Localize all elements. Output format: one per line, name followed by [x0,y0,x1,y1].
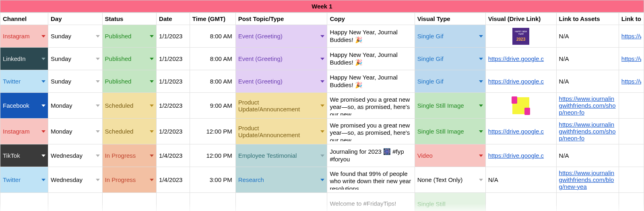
day-cell[interactable]: Sunday [48,48,103,70]
dropdown-caret-icon [96,80,100,83]
date-cell[interactable]: 1/2/2023 [157,119,190,144]
copy-cell[interactable]: Happy New Year, Journal Buddies! 🎉 [327,48,415,70]
time-cell[interactable]: 8:00 AM [190,70,235,93]
status-cell[interactable]: Published [102,25,157,48]
day-cell[interactable]: Wednesday [48,167,103,193]
assets-cell[interactable]: N/A [556,70,619,93]
date-cell[interactable]: 1/4/2023 [157,167,190,193]
copy-cell[interactable]: We promised you a great new year—so, as … [327,93,415,119]
copy-cell[interactable]: Journaling for 2023 🎆 #fyp #foryou [327,144,415,167]
copy-cell[interactable]: We promised you a great new year—so, as … [327,119,415,144]
topic-cell[interactable]: Event (Greeting) [235,48,327,70]
visual-type-cell[interactable]: Single Still Image [415,93,485,119]
copy-cell[interactable]: Welcome to #FridayTips! [327,193,415,211]
channel-cell[interactable]: TikTok [0,144,48,167]
visual-type-cell[interactable]: None (Text Only) [415,167,485,193]
drive-link[interactable]: https://drive.google.c [488,128,554,135]
dropdown-caret-icon [320,58,324,60]
linkto-cell[interactable] [619,144,644,167]
topic-cell[interactable]: Product Update/Announcement [235,119,327,144]
time-cell[interactable]: 12:00 PM [190,144,235,167]
topic-cell[interactable]: Employee Testimonial [235,144,327,167]
status-cell[interactable]: Published [102,70,157,93]
day-cell-label: Sunday [51,33,71,40]
assets-cell[interactable]: N/A [556,48,619,70]
time-cell[interactable]: 8:00 AM [190,48,235,70]
linkto-cell[interactable] [619,167,644,193]
assets-link[interactable]: https://www.journalingwithfriends.com/bl… [559,169,615,190]
drive-cell[interactable]: https://drive.google.c [485,70,556,93]
dropdown-caret-icon [96,35,100,38]
drive-cell[interactable]: https://drive.google.c [485,144,556,167]
topic-cell[interactable]: Event (Greeting) [235,70,327,93]
dropdown-caret-icon [41,155,45,157]
topic-cell[interactable]: Product Update/Announcement [235,93,327,119]
copy-cell[interactable]: We found that 99% of people who write do… [327,167,415,193]
linkto-cell[interactable]: https://w [619,48,644,70]
visual-type-cell[interactable]: Video [415,144,485,167]
status-cell[interactable]: Scheduled [102,93,157,119]
channel-cell[interactable]: Instagram [0,25,48,48]
drive-link[interactable]: https://drive.google.c [488,152,554,159]
visual-type-cell[interactable]: Single Still [415,193,485,211]
day-cell[interactable]: Sunday [48,25,103,48]
drive-cell[interactable]: https://drive.google.c [485,48,556,70]
channel-cell[interactable]: Twitter [0,167,48,193]
copy-cell[interactable]: Happy New Year, Journal Buddies! 🎉 [327,70,415,93]
visual-type-cell[interactable]: Single Gif [415,48,485,70]
channel-cell[interactable]: Twitter [0,70,48,93]
status-cell[interactable]: In Progress [102,167,157,193]
assets-cell[interactable]: N/A [556,25,619,48]
linkto-link[interactable]: https://w [621,55,641,62]
day-cell[interactable]: Monday [48,119,103,144]
copy-text: We promised you a great new year—so, as … [330,122,412,141]
assets-cell[interactable]: https://www.journalingwithfriends.com/sh… [556,119,619,144]
visual-type-cell[interactable]: Single Gif [415,25,485,48]
status-cell[interactable]: Published [102,48,157,70]
date-cell[interactable]: 1/1/2023 [157,25,190,48]
channel-cell[interactable]: LinkedIn [0,48,48,70]
date-cell[interactable]: 1/2/2023 [157,93,190,119]
date-cell[interactable]: 1/4/2023 [157,144,190,167]
dropdown-caret-icon [479,58,483,60]
topic-cell[interactable]: Event (Greeting) [235,25,327,48]
drive-cell[interactable]: N/A [485,167,556,193]
day-cell[interactable]: Wednesday [48,144,103,167]
time-cell[interactable]: 12:00 PM [190,119,235,144]
linkto-cell[interactable]: https://w [619,25,644,48]
visual-type-cell[interactable]: Single Gif [415,70,485,93]
channel-cell[interactable]: Facebook [0,93,48,119]
assets-cell[interactable]: https://www.journalingwithfriends.com/bl… [556,167,619,193]
time-cell[interactable]: 3:00 PM [190,167,235,193]
linkto-cell[interactable]: https://w [619,70,644,93]
time-cell[interactable]: 9:00 AM [190,93,235,119]
status-cell[interactable]: In Progress [102,144,157,167]
drive-cell[interactable]: https://drive.google.c [485,119,556,144]
drive-cell[interactable] [485,93,556,119]
channel-cell-label: Instagram [3,128,30,135]
assets-link[interactable]: https://www.journalingwithfriends.com/sh… [559,121,616,142]
status-cell[interactable]: Scheduled [102,119,157,144]
drive-link[interactable]: https://drive.google.c [488,78,554,85]
assets-link[interactable]: https://www.journalingwithfriends.com/sh… [559,95,616,116]
channel-cell[interactable]: Instagram [0,119,48,144]
assets-cell[interactable]: N/A [556,144,619,167]
linkto-cell[interactable] [619,93,644,119]
linkto-link[interactable]: https://w [621,78,641,85]
drive-cell[interactable] [485,25,556,48]
linkto-cell[interactable] [619,119,644,144]
day-cell[interactable]: Monday [48,93,103,119]
date-cell[interactable]: 1/1/2023 [157,48,190,70]
topic-cell-label: Event (Greeting) [238,55,283,62]
day-cell[interactable]: Sunday [48,70,103,93]
dropdown-caret-icon [41,58,45,60]
visual-type-cell[interactable]: Single Still Image [415,119,485,144]
copy-cell[interactable]: Happy New Year, Journal Buddies! 🎉 [327,25,415,48]
visual-type-cell-label: Single Gif [417,55,444,62]
drive-link[interactable]: https://drive.google.c [488,55,554,62]
linkto-link[interactable]: https://w [621,33,641,40]
date-cell[interactable]: 1/1/2023 [157,70,190,93]
assets-cell[interactable]: https://www.journalingwithfriends.com/sh… [556,93,619,119]
topic-cell[interactable]: Research [235,167,327,193]
time-cell[interactable]: 8:00 AM [190,25,235,48]
